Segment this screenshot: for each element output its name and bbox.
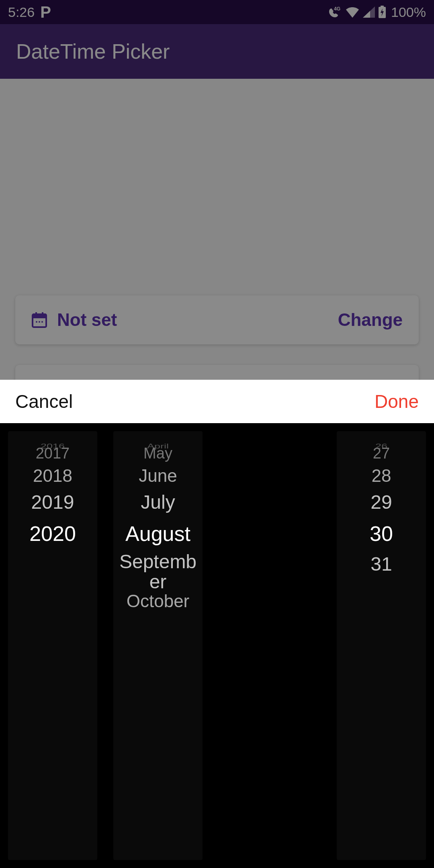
day-option[interactable]: 29 (337, 492, 426, 512)
year-selected[interactable]: 2020 (8, 523, 97, 545)
day-option[interactable]: 31 (337, 554, 426, 574)
sheet-header: Cancel Done (0, 380, 434, 423)
day-selected[interactable]: 30 (337, 523, 426, 545)
month-wheel[interactable]: April May June July August September Oct… (113, 431, 203, 860)
month-option[interactable]: May (113, 446, 203, 462)
month-option[interactable]: September (113, 552, 203, 592)
cancel-button[interactable]: Cancel (15, 391, 73, 412)
month-option[interactable]: October (113, 592, 203, 610)
day-option[interactable]: 28 (337, 467, 426, 485)
year-wheel[interactable]: 2016 2017 2018 2019 2020 (8, 431, 97, 860)
picker-sheet: Cancel Done 2016 2017 2018 2019 2020 Apr… (0, 380, 434, 868)
day-wheel[interactable]: 26 27 28 29 30 31 (337, 431, 426, 860)
month-option[interactable]: July (113, 492, 203, 512)
year-option[interactable]: 2019 (8, 492, 97, 512)
month-option[interactable]: June (113, 467, 203, 485)
done-button[interactable]: Done (375, 391, 419, 412)
year-option[interactable]: 2018 (8, 467, 97, 485)
month-selected[interactable]: August (113, 523, 203, 545)
year-option[interactable]: 2017 (8, 446, 97, 462)
day-option[interactable]: 27 (337, 446, 426, 462)
screen: 5:26 P 4G (0, 0, 434, 868)
picker-wheels: 2016 2017 2018 2019 2020 April May June … (0, 423, 434, 868)
